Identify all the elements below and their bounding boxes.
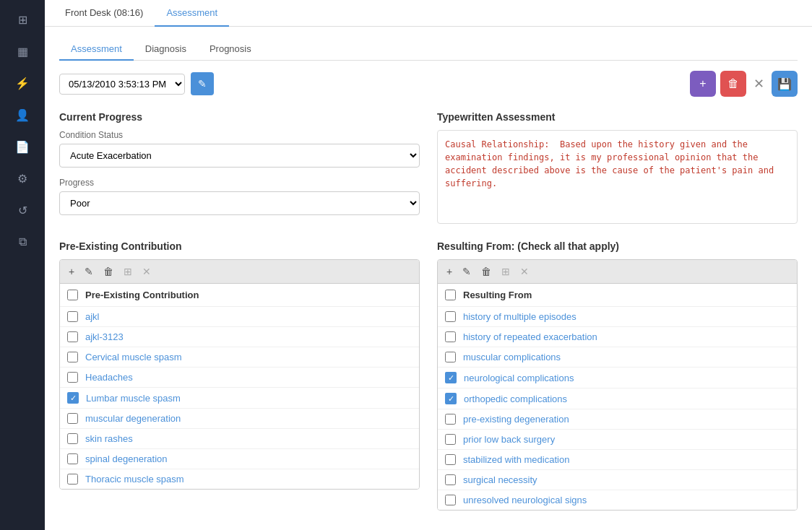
resulting-from-item-checkbox[interactable] <box>445 311 456 322</box>
pre-existing-item-label: spinal degeneration <box>85 453 167 464</box>
resulting-from-item-checkbox[interactable] <box>445 454 456 465</box>
list-item: Headaches <box>60 368 419 388</box>
pre-existing-add-icon[interactable]: + <box>67 264 76 279</box>
resulting-from-header: Resulting From <box>438 284 797 307</box>
resulting-from-item-label: unresolved neurological signs <box>463 495 587 505</box>
resulting-from-item-checkbox-checked[interactable]: ✓ <box>445 393 457 404</box>
list-item: muscular degeneration <box>60 409 419 429</box>
add-action-button[interactable]: + <box>690 71 716 97</box>
date-row: 05/13/2010 3:53:13 PM ✎ + 🗑 ✕ 💾 <box>59 71 798 97</box>
pre-existing-item-label: muscular degeneration <box>85 413 181 424</box>
tab-assessment[interactable]: Assessment <box>155 0 229 27</box>
edit-button[interactable]: ✎ <box>191 72 214 95</box>
layers-icon[interactable]: ⧉ <box>9 228 36 256</box>
save-action-button[interactable]: 💾 <box>772 71 798 97</box>
resulting-from-item-label: pre-existing degeneration <box>463 414 569 425</box>
delete-action-button[interactable]: 🗑 <box>720 71 746 97</box>
pre-existing-item-checkbox[interactable] <box>67 372 78 383</box>
pre-existing-select-all[interactable] <box>67 290 78 300</box>
pre-existing-item-checkbox[interactable] <box>67 352 78 362</box>
list-item: pre-existing degeneration <box>438 409 797 430</box>
resulting-from-item-checkbox[interactable] <box>445 495 456 505</box>
pre-existing-item-label: Headaches <box>85 372 133 383</box>
sub-tabs: Assessment Diagnosis Prognosis <box>59 38 798 61</box>
tab-front-desk[interactable]: Front Desk (08:16) <box>53 0 155 26</box>
pre-existing-item-checkbox[interactable] <box>67 331 78 342</box>
typewritten-section: Typewritten Assessment Causal Relationsh… <box>437 111 798 226</box>
resulting-from-item-checkbox[interactable] <box>445 434 456 445</box>
progress-label: Progress <box>59 178 420 188</box>
lightning-icon[interactable]: ⚡ <box>9 69 36 97</box>
person-icon[interactable]: 👤 <box>9 101 36 129</box>
pre-existing-item-label: Lumbar muscle spasm <box>86 393 181 404</box>
list-item: Cervical muscle spasm <box>60 347 419 368</box>
pre-existing-toolbar: + ✎ 🗑 ⊞ ✕ <box>60 260 419 284</box>
list-item: ajkl <box>60 307 419 327</box>
resulting-from-item-label: orthopedic complications <box>464 394 567 404</box>
resulting-from-grid-icon: ⊞ <box>500 264 511 279</box>
pre-existing-title: Pre-Existing Contribution <box>59 240 420 252</box>
content-area: Assessment Diagnosis Prognosis 05/13/201… <box>45 27 812 530</box>
resulting-from-edit-icon[interactable]: ✎ <box>461 264 472 279</box>
list-item: ✓ Lumbar muscle spasm <box>60 388 419 409</box>
pre-existing-item-checkbox-checked[interactable]: ✓ <box>67 392 79 404</box>
pre-existing-close-icon[interactable]: ✕ <box>141 264 152 279</box>
pre-existing-item-label: ajkl <box>85 311 100 322</box>
list-item: stabilized with medication <box>438 450 797 470</box>
list-item: ✓ orthopedic complications <box>438 388 797 409</box>
resulting-from-add-icon[interactable]: + <box>445 264 454 279</box>
top-tabs: Front Desk (08:16) Assessment <box>45 0 812 27</box>
close-action-button[interactable]: ✕ <box>751 76 767 92</box>
list-item: skin rashes <box>60 429 419 449</box>
resulting-from-select-all[interactable] <box>445 290 456 300</box>
pre-existing-item-checkbox[interactable] <box>67 453 78 464</box>
pre-existing-item-label: ajkl-3123 <box>85 331 124 342</box>
resulting-from-item-checkbox[interactable] <box>445 474 456 485</box>
pre-existing-item-label: Cervical muscle spasm <box>85 352 182 362</box>
resulting-from-close-icon[interactable]: ✕ <box>519 264 530 279</box>
resulting-from-section: Resulting From: (Check all that apply) +… <box>437 240 798 511</box>
pre-existing-item-checkbox[interactable] <box>67 474 78 485</box>
resulting-from-delete-icon[interactable]: 🗑 <box>480 264 493 279</box>
calendar-icon[interactable]: ▦ <box>9 38 36 65</box>
grid-icon[interactable]: ⊞ <box>9 6 36 33</box>
condition-status-label: Condition Status <box>59 130 420 140</box>
history-icon[interactable]: ↺ <box>9 196 36 224</box>
pre-existing-delete-icon[interactable]: 🗑 <box>102 264 115 279</box>
current-progress-section: Current Progress Condition Status Acute … <box>59 111 420 226</box>
progress-select[interactable]: Poor Fair Good Excellent <box>59 191 420 215</box>
resulting-from-item-checkbox-checked[interactable]: ✓ <box>445 372 457 383</box>
resulting-from-item-label: history of multiple episodes <box>463 311 576 322</box>
resulting-from-item-label: stabilized with medication <box>463 454 569 465</box>
pre-existing-item-checkbox[interactable] <box>67 413 78 424</box>
pre-existing-item-checkbox[interactable] <box>67 311 78 322</box>
sub-tab-diagnosis[interactable]: Diagnosis <box>134 38 198 61</box>
contrib-layout: Pre-Existing Contribution + ✎ 🗑 ⊞ ✕ Pre-… <box>59 240 798 511</box>
list-item: ✓ neurological complications <box>438 368 797 388</box>
list-item: unresolved neurological signs <box>438 490 797 510</box>
pre-existing-edit-icon[interactable]: ✎ <box>83 264 95 279</box>
sub-tab-prognosis[interactable]: Prognosis <box>198 38 263 61</box>
list-item: spinal degeneration <box>60 449 419 469</box>
resulting-from-item-label: history of repeated exacerbation <box>463 331 597 342</box>
resulting-from-toolbar: + ✎ 🗑 ⊞ ✕ <box>438 260 797 284</box>
pre-existing-grid-icon: ⊞ <box>122 264 134 279</box>
condition-status-select[interactable]: Acute Exacerbation Improved Unchanged Wo… <box>59 144 420 168</box>
resulting-from-item-label: surgical necessity <box>463 474 537 485</box>
list-item: history of repeated exacerbation <box>438 327 797 347</box>
resulting-from-item-label: muscular complications <box>463 352 561 362</box>
resulting-from-item-checkbox[interactable] <box>445 331 456 342</box>
file-icon[interactable]: 📄 <box>9 133 36 160</box>
date-select[interactable]: 05/13/2010 3:53:13 PM <box>59 74 185 95</box>
pre-existing-item-checkbox[interactable] <box>67 433 78 444</box>
sub-tab-assessment[interactable]: Assessment <box>59 38 134 61</box>
pre-existing-list: + ✎ 🗑 ⊞ ✕ Pre-Existing Contribution ajkl <box>59 259 420 490</box>
typewritten-title: Typewritten Assessment <box>437 111 798 123</box>
resulting-from-item-checkbox[interactable] <box>445 352 456 362</box>
typewritten-textarea[interactable]: Causal Relationship: Based upon the hist… <box>437 130 798 224</box>
list-item: history of multiple episodes <box>438 307 797 327</box>
pre-existing-item-label: skin rashes <box>85 433 133 444</box>
tool-icon[interactable]: ⚙ <box>9 165 36 192</box>
resulting-from-item-checkbox[interactable] <box>445 414 456 425</box>
resulting-from-list: + ✎ 🗑 ⊞ ✕ Resulting From history of mult… <box>437 259 798 511</box>
